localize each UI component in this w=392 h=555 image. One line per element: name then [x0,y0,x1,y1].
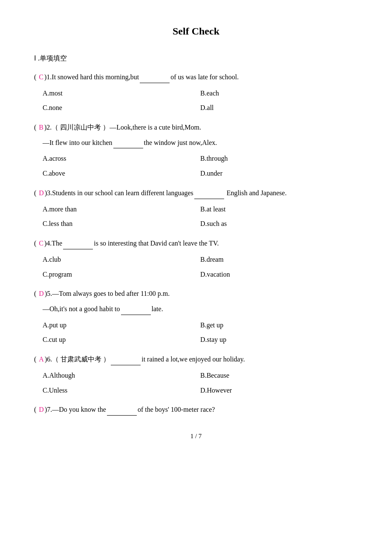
option-1-2: C.none [43,102,200,114]
option-3-0: A.more than [43,203,200,216]
answer-paren-3: ( D [34,188,45,199]
option-1-3: D.all [200,102,358,114]
question-text-5: )5.—Tom always goes to bed after 11:00 p… [45,288,170,299]
sub-line-5: —Oh,it's not a good habit to late. [34,304,358,315]
answer-paren-5: ( D [34,288,45,299]
option-2-0: A.across [43,153,200,165]
answer-letter-7: D [39,406,44,413]
options-row-4-0: A.clubB.dream [34,254,358,266]
question-block-2: ( B )2.（ 四川凉山中考 ）—Look,there is a cute b… [34,122,358,180]
blank-1 [140,72,170,83]
answer-paren-4: ( C [34,238,44,249]
answer-letter-2: B [39,124,43,131]
question-line-1: ( C )1.It snowed hard this morning,but o… [34,72,358,83]
option-6-2: C.Unless [43,384,200,397]
options-row-4-1: C.programD.vacation [34,269,358,281]
options-row-5-0: A.put upB.get up [34,319,358,332]
option-2-3: D.under [200,168,358,180]
option-3-3: D.such as [200,218,358,230]
question-text-4: )4.The is so interesting that David can'… [44,238,219,249]
blank-3 [194,188,224,199]
options-row-3-1: C.less thanD.such as [34,218,358,230]
answer-letter-3: D [39,189,44,197]
options-row-1-1: C.noneD.all [34,102,358,114]
question-line-4: ( C )4.The is so interesting that David … [34,238,358,249]
question-block-4: ( C )4.The is so interesting that David … [34,238,358,280]
question-text-1: )1.It snowed hard this morning,but of us… [44,72,239,83]
sub-line-2: —It flew into our kitchen the window jus… [34,137,358,149]
option-5-0: A.put up [43,319,200,332]
questions-container: ( C )1.It snowed hard this morning,but o… [34,72,358,416]
option-1-0: A.most [43,87,200,100]
question-text-6: )6.（ 甘肃武威中考 ） it rained a lot,we enjoyed… [45,354,245,365]
option-2-1: B.through [200,153,358,165]
question-text-7: )7.—Do you know the of the boys' 100-met… [45,404,215,416]
answer-paren-7: ( D [34,404,45,415]
question-line-5: ( D )5.—Tom always goes to bed after 11:… [34,288,358,299]
question-line-3: ( D )3.Students in our school can learn … [34,188,358,199]
question-block-6: ( A )6.（ 甘肃武威中考 ） it rained a lot,we enj… [34,354,358,396]
answer-letter-5: D [39,290,44,297]
option-5-3: D.stay up [200,334,358,346]
option-4-0: A.club [43,254,200,266]
question-line-6: ( A )6.（ 甘肃武威中考 ） it rained a lot,we enj… [34,354,358,365]
page-title: Self Check [34,26,358,37]
option-3-2: C.less than [43,218,200,230]
option-4-3: D.vacation [200,269,358,281]
question-block-7: ( D )7.—Do you know the of the boys' 100… [34,404,358,416]
option-6-1: B.Because [200,370,358,382]
answer-paren-2: ( B [34,122,44,133]
blank-7 [107,404,137,416]
answer-letter-6: A [39,356,44,363]
option-3-1: B.at least [200,203,358,216]
answer-paren-1: ( C [34,72,44,83]
question-block-5: ( D )5.—Tom always goes to bed after 11:… [34,288,358,346]
sub-blank-5 [121,304,151,315]
options-row-5-1: C.cut upD.stay up [34,334,358,346]
option-6-0: A.Although [43,370,200,382]
option-5-1: B.get up [200,319,358,332]
question-line-2: ( B )2.（ 四川凉山中考 ）—Look,there is a cute b… [34,122,358,133]
options-row-6-0: A.AlthoughB.Because [34,370,358,382]
options-row-2-1: C.aboveD.under [34,168,358,180]
option-1-1: B.each [200,87,358,100]
answer-paren-6: ( A [34,354,45,365]
blank-6 [111,354,141,365]
section-title: Ⅰ .单项填空 [34,54,358,63]
page-footer: 1 / 7 [34,433,358,440]
answer-letter-4: C [39,240,43,247]
option-4-2: C.program [43,269,200,281]
options-row-6-1: C.UnlessD.However [34,384,358,397]
blank-4 [63,238,93,249]
options-row-3-0: A.more thanB.at least [34,203,358,216]
option-2-2: C.above [43,168,200,180]
option-6-3: D.However [200,384,358,397]
options-row-1-0: A.mostB.each [34,87,358,100]
option-5-2: C.cut up [43,334,200,346]
question-text-3: )3.Students in our school can learn diff… [45,188,287,199]
question-block-1: ( C )1.It snowed hard this morning,but o… [34,72,358,114]
question-block-3: ( D )3.Students in our school can learn … [34,188,358,230]
option-4-1: B.dream [200,254,358,266]
question-line-7: ( D )7.—Do you know the of the boys' 100… [34,404,358,416]
options-row-2-0: A.acrossB.through [34,153,358,165]
sub-blank-2 [113,137,143,149]
answer-letter-1: C [39,73,43,81]
question-text-2: )2.（ 四川凉山中考 ）—Look,there is a cute bird,… [44,122,201,133]
